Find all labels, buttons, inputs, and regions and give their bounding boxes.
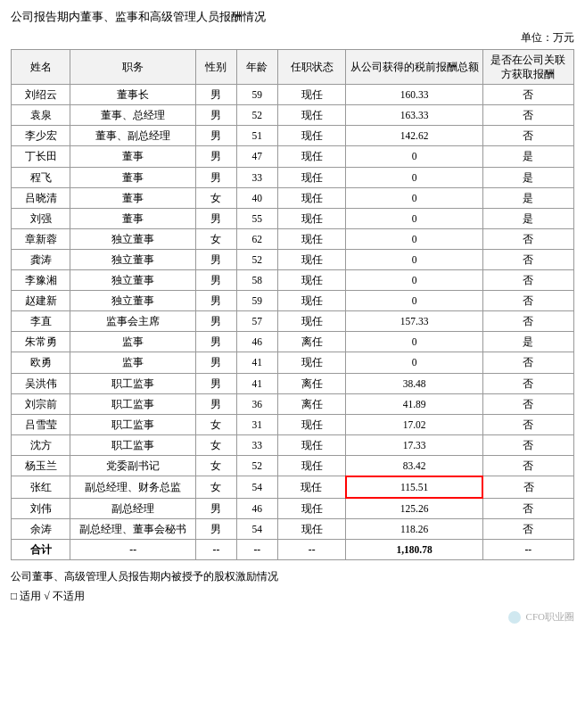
table-row: 杨玉兰党委副书记女52现任83.42否 bbox=[12, 455, 574, 476]
table-cell: 83.42 bbox=[346, 455, 482, 476]
table-cell: 是 bbox=[482, 208, 573, 228]
table-cell: 0 bbox=[346, 291, 482, 311]
table-cell: 52 bbox=[236, 249, 277, 269]
table-cell: 41 bbox=[236, 373, 277, 393]
table-cell: 丁长田 bbox=[12, 146, 70, 167]
table-cell: 46 bbox=[236, 332, 277, 352]
table-cell: 男 bbox=[195, 167, 236, 187]
table-cell: 独立董事 bbox=[70, 249, 196, 269]
table-cell: 57 bbox=[236, 311, 277, 332]
table-cell: 董事长 bbox=[70, 85, 196, 105]
table-cell: 男 bbox=[195, 332, 236, 352]
total-cell: -- bbox=[277, 540, 346, 560]
table-cell: 125.26 bbox=[346, 498, 482, 519]
page-title: 公司报告期内董事、监事和高级管理人员报酬情况 bbox=[11, 9, 574, 25]
table-cell: 否 bbox=[482, 85, 573, 105]
table-cell: 38.48 bbox=[346, 373, 482, 393]
total-cell: -- bbox=[236, 540, 277, 560]
table-cell: 现任 bbox=[277, 311, 346, 332]
table-cell: 董事、总经理 bbox=[70, 105, 196, 126]
col-header-status: 任职状态 bbox=[277, 50, 346, 85]
table-cell: 否 bbox=[482, 373, 573, 393]
table-cell: 现任 bbox=[277, 228, 346, 249]
table-cell: 47 bbox=[236, 146, 277, 167]
watermark-icon bbox=[508, 611, 521, 624]
table-row: 刘绍云董事长男59现任160.33否 bbox=[12, 85, 574, 105]
table-cell: 离任 bbox=[277, 373, 346, 393]
table-cell: 李豫湘 bbox=[12, 270, 70, 291]
table-cell: 否 bbox=[482, 270, 573, 291]
table-cell: 独立董事 bbox=[70, 270, 196, 291]
table-cell: 女 bbox=[195, 228, 236, 249]
table-row: 吴洪伟职工监事男41离任38.48否 bbox=[12, 373, 574, 393]
table-cell: 现任 bbox=[277, 414, 346, 434]
table-cell: 女 bbox=[195, 455, 236, 476]
col-header-related: 是否在公司关联方获取报酬 bbox=[482, 50, 573, 85]
table-cell: 17.02 bbox=[346, 414, 482, 434]
table-cell: 副总经理、财务总监 bbox=[70, 476, 196, 498]
table-cell: 62 bbox=[236, 228, 277, 249]
table-cell: 李少宏 bbox=[12, 126, 70, 146]
table-cell: 是 bbox=[482, 187, 573, 208]
table-cell: 女 bbox=[195, 414, 236, 434]
table-cell: 刘伟 bbox=[12, 498, 70, 519]
table-cell: 刘宗前 bbox=[12, 393, 70, 414]
table-cell: 17.33 bbox=[346, 434, 482, 455]
table-cell: 男 bbox=[195, 126, 236, 146]
table-row: 赵建新独立董事男59现任0否 bbox=[12, 291, 574, 311]
table-row: 朱常勇监事男46离任0是 bbox=[12, 332, 574, 352]
table-cell: 章新蓉 bbox=[12, 228, 70, 249]
table-cell: 男 bbox=[195, 519, 236, 540]
table-cell: 现任 bbox=[277, 270, 346, 291]
table-cell: 118.26 bbox=[346, 519, 482, 540]
table-cell: 董事 bbox=[70, 146, 196, 167]
table-cell: 现任 bbox=[277, 105, 346, 126]
table-cell: 余涛 bbox=[12, 519, 70, 540]
col-header-age: 年龄 bbox=[236, 50, 277, 85]
table-cell: 独立董事 bbox=[70, 228, 196, 249]
table-cell: 董事 bbox=[70, 208, 196, 228]
table-cell: 副总经理、董事会秘书 bbox=[70, 519, 196, 540]
table-cell: 吴洪伟 bbox=[12, 373, 70, 393]
table-cell: 男 bbox=[195, 393, 236, 414]
table-cell: 否 bbox=[482, 476, 573, 498]
table-cell: 现任 bbox=[277, 476, 346, 498]
table-cell: 党委副书记 bbox=[70, 455, 196, 476]
table-cell: 否 bbox=[482, 434, 573, 455]
table-row: 李少宏董事、副总经理男51现任142.62否 bbox=[12, 126, 574, 146]
table-cell: 现任 bbox=[277, 352, 346, 373]
table-cell: 现任 bbox=[277, 249, 346, 269]
table-cell: 程飞 bbox=[12, 167, 70, 187]
table-row: 章新蓉独立董事女62现任0否 bbox=[12, 228, 574, 249]
table-cell: 52 bbox=[236, 105, 277, 126]
table-cell: 男 bbox=[195, 311, 236, 332]
table-cell: 现任 bbox=[277, 498, 346, 519]
table-cell: 张红 bbox=[12, 476, 70, 498]
table-cell: 董事 bbox=[70, 167, 196, 187]
remuneration-table: 姓名 职务 性别 年龄 任职状态 从公司获得的税前报酬总额 是否在公司关联方获取… bbox=[11, 49, 574, 560]
table-cell: 157.33 bbox=[346, 311, 482, 332]
table-cell: 离任 bbox=[277, 332, 346, 352]
footer-note: 公司董事、高级管理人员报告期内被授予的股权激励情况 □ 适用 √ 不适用 bbox=[11, 567, 574, 606]
total-cell: 1,180.78 bbox=[346, 540, 482, 560]
table-cell: 李直 bbox=[12, 311, 70, 332]
col-header-name: 姓名 bbox=[12, 50, 70, 85]
table-row: 程飞董事男33现任0是 bbox=[12, 167, 574, 187]
table-cell: 男 bbox=[195, 146, 236, 167]
table-cell: 是 bbox=[482, 332, 573, 352]
table-row: 沈方职工监事女33现任17.33否 bbox=[12, 434, 574, 455]
table-cell: 袁泉 bbox=[12, 105, 70, 126]
footer-line1: 公司董事、高级管理人员报告期内被授予的股权激励情况 bbox=[11, 567, 574, 587]
watermark: CFO职业圈 bbox=[11, 610, 574, 624]
table-cell: 否 bbox=[482, 105, 573, 126]
table-cell: 58 bbox=[236, 270, 277, 291]
total-cell: -- bbox=[482, 540, 573, 560]
table-cell: 142.62 bbox=[346, 126, 482, 146]
table-row: 吕雪莹职工监事女31现任17.02否 bbox=[12, 414, 574, 434]
table-row: 李直监事会主席男57现任157.33否 bbox=[12, 311, 574, 332]
table-cell: 男 bbox=[195, 105, 236, 126]
table-cell: 否 bbox=[482, 393, 573, 414]
table-cell: 51 bbox=[236, 126, 277, 146]
table-cell: 沈方 bbox=[12, 434, 70, 455]
table-cell: 现任 bbox=[277, 519, 346, 540]
